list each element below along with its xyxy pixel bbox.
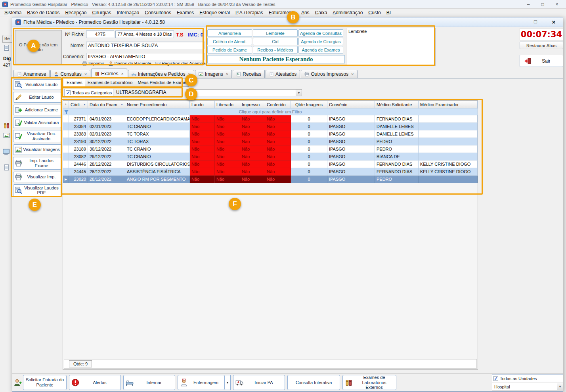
bottom-button-enfermagem[interactable]: Enfermagem <box>178 375 225 390</box>
sort-arrow-icon[interactable]: ▼ <box>120 103 123 106</box>
exam-row[interactable]: 2444528/12/2022ASSISTÊNCIA FISIÁTRICANão… <box>63 168 478 176</box>
side-button-visualizar-imagens[interactable]: Visualizar Imagens <box>13 144 61 155</box>
ficha-number-field[interactable]: 4275 <box>86 31 114 38</box>
tab-close-icon[interactable]: × <box>351 72 354 76</box>
column-header-data[interactable]: Data do Exam▼ <box>88 101 125 109</box>
exam-row[interactable]: 2318930/12/2022TC CRANIONãoNãoNãoNão0IPA… <box>63 145 478 153</box>
maximize-icon[interactable]: □ <box>540 2 545 7</box>
quick-button-cid[interactable]: Cid <box>253 38 298 45</box>
imc-link[interactable]: IMC: 0 <box>188 32 203 38</box>
bottom-button-exames-de-laboratorios-externos[interactable]: Exames de Laboratórios Externos <box>342 375 396 390</box>
tab-exames[interactable]: Exames× <box>91 69 127 78</box>
exam-row[interactable]: 2338402/01/2023TC CRANIONãoNãoNãoNão0IPA… <box>63 123 478 130</box>
restaurar-abas-button[interactable]: Restaurar Abas <box>520 42 563 49</box>
combo-arrow-icon[interactable]: ▼ <box>557 383 563 390</box>
column-header-examinador[interactable]: Médico Examinador <box>419 101 478 109</box>
bottom-button-internar[interactable]: Internar <box>123 375 175 390</box>
column-header-laudo[interactable]: Laudo <box>190 101 215 109</box>
close-icon[interactable]: × <box>554 2 560 7</box>
quick-button-agenda-de-consultas[interactable]: Agenda de Consultas <box>298 29 343 37</box>
tab-imagens[interactable]: Imagens× <box>195 70 232 78</box>
side-button-visualizar-laudo[interactable]: Visualizar Laudo <box>13 79 61 90</box>
tab-anamnese[interactable]: Anamnese <box>13 70 50 78</box>
ficha-restore-icon[interactable]: □ <box>533 19 538 25</box>
menu-item-consultorios[interactable]: Consultórios <box>142 9 174 16</box>
patient-link-registros-das-anamneses-log[interactable]: ACTRegistros das Anamneses (Log <box>155 61 206 66</box>
patient-name-field[interactable]: ANTONIO TEIXEIRA DE SOUZA <box>86 42 205 49</box>
tab-atestados[interactable]: Atestados <box>266 70 300 78</box>
tab-consultas[interactable]: Consultas× <box>50 70 90 78</box>
side-button-validar-assinatura[interactable]: Validar Assinatura <box>13 117 61 128</box>
tab-close-icon[interactable]: × <box>84 72 87 76</box>
menu-item-ans[interactable]: Ans <box>298 9 312 16</box>
todas-unidades-checkbox[interactable]: ✓ <box>493 376 498 381</box>
tab-outros-impressos[interactable]: Outros Impressos× <box>301 70 357 78</box>
exam-row[interactable]: 2737104/01/2023ECODOPPLERCARDIOGRAMANãoN… <box>63 115 478 123</box>
quick-button-agenda-de-cirurgias[interactable]: Agenda de Cirurgias <box>298 38 343 45</box>
side-button-visualizar-imp[interactable]: Visualizar Imp. <box>13 172 61 182</box>
quick-button-recibos-medicos[interactable]: Recibos - Médicos <box>253 46 298 54</box>
unit-combobox[interactable]: Hospital ▼ <box>492 383 563 390</box>
exam-row[interactable]: 2308229/12/2022TC CRANIONãoNãoNãoNão0IPA… <box>63 153 478 161</box>
sort-arrow-icon[interactable]: ▼ <box>82 103 86 106</box>
menu-item-cirurgias[interactable]: Cirurgias <box>89 9 114 16</box>
bottom-button-consulta-interativa[interactable]: Consulta Interativa <box>287 375 340 390</box>
tab-close-icon[interactable]: × <box>188 72 190 76</box>
subtab-exames-de-laboratorio[interactable]: Exames de Laboratório <box>85 79 136 87</box>
menu-item-recepcao[interactable]: Recepção <box>62 9 89 16</box>
grid-filter-row[interactable]: Clique aqui para definir um Filtro <box>63 109 478 115</box>
patient-convenio-field[interactable]: IPASGO - APARTAMENTO <box>86 53 205 60</box>
menu-item-internacao[interactable]: Internação <box>114 9 142 16</box>
ficha-minimize-icon[interactable]: – <box>514 19 520 25</box>
ficha-close-icon[interactable]: × <box>551 19 556 25</box>
tab-close-icon[interactable]: × <box>226 72 228 76</box>
exam-row[interactable]: ▶2302028/12/2022ANGIO RM POR SEGMENTONão… <box>63 176 478 183</box>
lembrete-memo[interactable]: Lembrete <box>346 28 436 66</box>
menu-item-exames[interactable]: Exames <box>174 9 197 16</box>
column-header-impresso[interactable]: Impresso <box>240 101 265 109</box>
tab-receitas[interactable]: Receitas <box>233 70 265 78</box>
patient-link-imprimir[interactable]: Imprimir <box>82 61 104 66</box>
patient-link-dados-do-paciente[interactable]: Dados do Paciente <box>108 61 151 66</box>
column-header-codigo[interactable]: Códi▼ <box>69 101 88 109</box>
ficha-window-titlebar[interactable]: Ficha Médica - PMedico - Promedico Gestã… <box>12 17 563 27</box>
side-button-adicionar-exame[interactable]: Adicionar Exame <box>13 105 61 115</box>
menu-item-sistema[interactable]: Sistema <box>2 9 24 16</box>
column-header-convenio[interactable]: Convênio <box>327 101 375 109</box>
exam-row[interactable]: 2338302/01/2023TC TORAXNãoNãoNãoNão0IPAS… <box>63 130 478 138</box>
ts-link[interactable]: T.S <box>176 32 184 38</box>
subtab-exames[interactable]: Exames <box>64 79 85 87</box>
quick-button-agenda-de-exames[interactable]: Agenda de Exames <box>298 46 343 54</box>
menu-item-base-de-dados[interactable]: Base de Dados <box>24 9 62 16</box>
menu-item-caixa[interactable]: Caixa <box>312 9 330 16</box>
column-header-proc[interactable]: Nome Procedimento <box>125 101 190 109</box>
column-header-solicitante[interactable]: Médico Solicitante <box>375 101 419 109</box>
column-header-liberado[interactable]: Liberado <box>215 101 240 109</box>
exam-row[interactable]: 2319030/12/2022TC TORAXNãoNãoNãoNão0IPAS… <box>63 138 478 145</box>
bottom-button-alertas[interactable]: Alertas <box>69 375 121 390</box>
menu-item-faturamento[interactable]: Faturamento <box>266 9 298 16</box>
minimize-icon[interactable]: – <box>526 2 531 7</box>
tab-internacoes-e-pedidos[interactable]: Internações e Pedidos× <box>128 70 194 78</box>
exam-filter-combobox[interactable]: ▼ <box>186 89 302 96</box>
bottom-button-solicitar-entrada-do-paciente[interactable]: Solicitar Entrada do Paciente <box>23 375 67 390</box>
sair-button[interactable]: Sair <box>520 55 563 67</box>
exam-row[interactable]: 2444628/12/2022DISTÚRBIOS CIRCULATÓRIOSN… <box>63 161 478 168</box>
menu-item-bi[interactable]: BI <box>384 9 394 16</box>
side-button-visualizar-doc-assinado[interactable]: Visualizar Doc. Assinado <box>13 130 61 142</box>
todas-categorias-checkbox[interactable]: ✓ <box>66 90 71 95</box>
column-header-qtde[interactable]: Qtde Imagens <box>291 101 327 109</box>
side-button-editar-laudo[interactable]: Editar Laudo <box>13 92 61 103</box>
side-button-visualizar-laudos-pdf[interactable]: Visualizar Laudos PDF <box>13 184 61 197</box>
subtab-meus-pedidos-de-exame[interactable]: Meus Pedidos de Exame <box>135 79 189 87</box>
menu-item-administracao[interactable]: Administração <box>330 9 365 16</box>
menu-item-custo[interactable]: Custo <box>365 9 383 16</box>
quick-button-pedido-de-exame[interactable]: Pedido de Exame <box>207 46 252 54</box>
side-button-imp-laudos-exame[interactable]: Imp. Laudos Exame <box>13 157 61 169</box>
bottom-button-iniciar-pa[interactable]: Iniciar PA <box>233 375 285 390</box>
combo-arrow-icon[interactable]: ▼ <box>296 90 302 96</box>
menu-item-estoque-geral[interactable]: Estoque Geral <box>197 9 233 16</box>
quick-button-amenorreia[interactable]: Amenorreia <box>207 29 252 37</box>
column-header-conferido[interactable]: Conferido <box>265 101 291 109</box>
tab-close-icon[interactable]: × <box>121 71 124 76</box>
